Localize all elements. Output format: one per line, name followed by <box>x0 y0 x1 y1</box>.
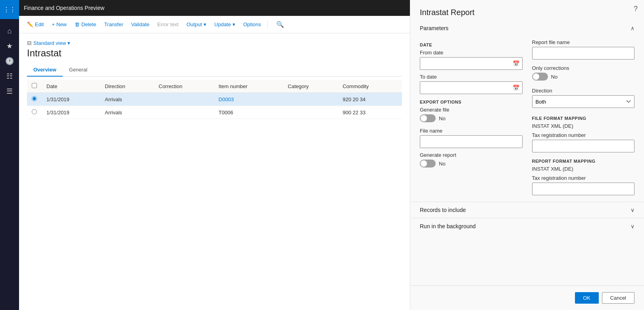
file-format-mapping-value: INSTAT XML (DE) <box>532 123 635 129</box>
from-date-group: From date 📅 <box>420 50 523 70</box>
transfer-button[interactable]: Transfer <box>101 20 127 29</box>
sidebar-item-home[interactable]: ⌂ <box>8 27 12 35</box>
calendar-icon-to[interactable]: 📅 <box>513 85 519 91</box>
records-section-header[interactable]: Records to include ∨ <box>410 202 644 218</box>
report-format-tax-group: Tax registration number <box>532 175 635 195</box>
to-date-label: To date <box>420 74 523 80</box>
app-title: Finance and Operations Preview <box>24 5 104 11</box>
search-button[interactable]: 🔍 <box>274 19 286 30</box>
only-corrections-toggle-container: No <box>532 73 635 81</box>
help-icon[interactable]: ? <box>634 5 638 13</box>
file-format-tax-input[interactable] <box>532 140 635 152</box>
delete-icon: 🗑 <box>75 21 80 27</box>
filter-icon: ⊟ <box>27 40 32 46</box>
sidebar-item-modules[interactable]: ☰ <box>6 87 13 96</box>
new-button[interactable]: + New <box>48 20 70 29</box>
validate-button[interactable]: Validate <box>128 20 153 29</box>
tab-general[interactable]: General <box>63 64 94 77</box>
edit-button[interactable]: ✏️ Edit <box>24 20 47 29</box>
ok-button[interactable]: OK <box>575 292 599 304</box>
data-table: Date Direction Correction Item number Ca… <box>27 80 402 119</box>
row-radio-1[interactable] <box>32 96 37 101</box>
col-commodity: Commodity <box>338 80 402 93</box>
content-area: ⊟ Standard view ▾ Intrastat Overview Gen… <box>19 33 410 310</box>
view-selector[interactable]: ⊟ Standard view ▾ <box>27 40 402 46</box>
update-chevron-icon: ▾ <box>233 21 235 27</box>
generate-file-label: Generate file <box>420 107 523 113</box>
app-grid-button[interactable]: ⋮⋮ <box>0 0 19 19</box>
cancel-button[interactable]: Cancel <box>602 292 634 304</box>
tabs: Overview General <box>27 64 402 77</box>
sidebar: ⋮⋮ ⌂ ★ 🕐 ☷ ☰ <box>0 0 19 310</box>
col-item-number: Item number <box>214 80 283 93</box>
panel-title: Intrastat Report <box>410 0 644 20</box>
tab-overview[interactable]: Overview <box>27 64 63 77</box>
generate-report-group: Generate report No <box>420 152 523 169</box>
report-file-name-group: Report file name <box>532 39 635 60</box>
cell-direction: Arrivals <box>100 93 154 106</box>
page-title: Intrastat <box>27 48 402 59</box>
generate-file-slider <box>420 114 436 122</box>
run-background-section-header[interactable]: Run in the background ∨ <box>410 218 644 234</box>
run-background-chevron-icon: ∨ <box>631 223 634 229</box>
direction-select[interactable]: Both Arrivals Dispatches <box>532 95 635 108</box>
cell-date: 1/31/2019 <box>42 93 100 106</box>
parameters-section-content: DATE From date 📅 To date 📅 EXPORT OPT <box>410 36 644 202</box>
cell-correction <box>154 106 214 119</box>
panel-footer: OK Cancel <box>410 285 644 310</box>
cell-direction: Arrivals <box>100 106 154 119</box>
only-corrections-no-label: No <box>551 74 558 80</box>
cell-correction <box>154 93 214 106</box>
only-corrections-slider <box>532 73 548 81</box>
table-row[interactable]: 1/31/2019 Arrivals D0003 920 20 34 <box>27 93 402 106</box>
col-correction: Correction <box>154 80 214 93</box>
sidebar-item-workspaces[interactable]: ☷ <box>6 72 13 81</box>
report-format-tax-input[interactable] <box>532 183 635 195</box>
from-date-input[interactable] <box>420 57 523 70</box>
export-options-title: EXPORT OPTIONS <box>420 100 523 104</box>
generate-file-no-label: No <box>439 116 446 121</box>
parameters-section-header[interactable]: Parameters ∧ <box>410 20 644 36</box>
col-direction: Direction <box>100 80 154 93</box>
toolbar-separator <box>267 21 268 29</box>
file-format-tax-group: Tax registration number <box>532 132 635 152</box>
from-date-label: From date <box>420 50 523 56</box>
cell-commodity: 920 20 34 <box>338 93 402 106</box>
generate-report-toggle[interactable] <box>420 160 436 168</box>
cell-item-number[interactable]: D0003 <box>214 93 283 106</box>
report-format-mapping-title: REPORT FORMAT MAPPING <box>532 159 635 164</box>
direction-group: Direction Both Arrivals Dispatches <box>532 88 635 108</box>
row-radio-2[interactable] <box>32 109 37 114</box>
sidebar-item-favorites[interactable]: ★ <box>6 42 13 50</box>
delete-button[interactable]: 🗑 Delete <box>71 20 100 29</box>
error-text-button[interactable]: Error text <box>154 20 182 29</box>
top-bar: Finance and Operations Preview <box>19 0 410 16</box>
generate-report-no-label: No <box>439 161 446 167</box>
generate-report-slider <box>420 160 436 168</box>
grid-container: Date Direction Correction Item number Ca… <box>27 80 402 304</box>
right-panel: ? Intrastat Report Parameters ∧ DATE Fro… <box>410 0 644 310</box>
update-button[interactable]: Update ▾ <box>211 20 238 29</box>
params-right-col: Report file name Only corrections No Dir… <box>532 39 635 195</box>
col-category: Category <box>283 80 338 93</box>
records-section-title: Records to include <box>420 207 466 213</box>
new-icon: + <box>52 21 55 27</box>
generate-file-group: Generate file No <box>420 107 523 124</box>
table-row[interactable]: 1/31/2019 Arrivals T0006 900 22 33 <box>27 106 402 119</box>
generate-file-toggle-container: No <box>420 114 523 122</box>
only-corrections-label: Only corrections <box>532 65 635 71</box>
select-all-checkbox[interactable] <box>32 83 37 88</box>
output-button[interactable]: Output ▾ <box>183 20 210 29</box>
toolbar: ✏️ Edit + New 🗑 Delete Transfer Validate… <box>19 16 410 33</box>
only-corrections-toggle[interactable] <box>532 73 548 81</box>
report-file-name-input[interactable] <box>532 47 635 60</box>
edit-icon: ✏️ <box>27 21 33 27</box>
calendar-icon[interactable]: 📅 <box>513 60 519 67</box>
generate-file-toggle[interactable] <box>420 114 436 122</box>
to-date-input[interactable] <box>420 81 523 94</box>
options-button[interactable]: Options <box>240 20 264 29</box>
report-format-tax-label: Tax registration number <box>532 175 635 181</box>
file-name-input[interactable] <box>420 135 523 148</box>
sidebar-item-recent[interactable]: 🕐 <box>5 57 14 65</box>
file-name-label: File name <box>420 128 523 134</box>
